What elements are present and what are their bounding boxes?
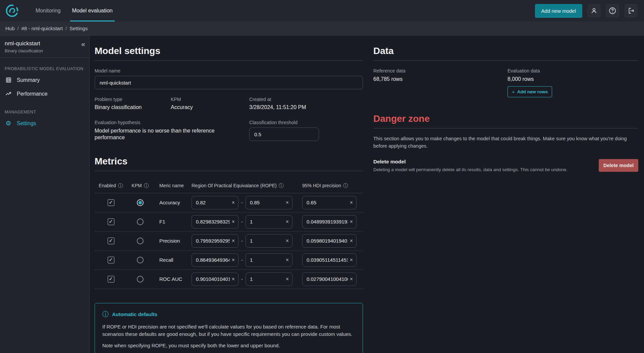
column-metric-name: Meric name	[153, 183, 192, 188]
summary-grid-icon	[5, 77, 12, 83]
tab-monitoring-label: Monitoring	[36, 8, 61, 14]
evaluation-hypothesis-label: Evaluation hypothesis	[95, 120, 249, 125]
user-button[interactable]	[587, 4, 601, 17]
kpm-radio[interactable]	[137, 218, 144, 225]
help-button[interactable]	[606, 4, 619, 17]
logout-button[interactable]	[624, 4, 638, 17]
hdi-precision-input[interactable]	[303, 276, 349, 282]
rope-lower-input[interactable]	[192, 238, 231, 244]
sidebar-item-performance[interactable]: Performance	[0, 87, 89, 101]
hdi-info-icon[interactable]: ⓘ	[343, 183, 348, 189]
rope-upper-input[interactable]	[246, 276, 285, 282]
nav-tabs: Monitoring Model evaluation	[34, 0, 122, 21]
breadcrumb-settings[interactable]: Settings	[69, 26, 88, 31]
add-new-rows-button[interactable]: + Add new rows	[507, 86, 552, 97]
kpm-field: KPM Accuracy	[171, 97, 249, 110]
hdi-precision-input[interactable]	[303, 238, 349, 244]
delete-model-button[interactable]: Delete model	[599, 159, 638, 172]
divider	[373, 60, 638, 61]
info-circle-icon: ⓘ	[102, 310, 109, 319]
enabled-checkbox[interactable]	[108, 257, 114, 263]
evaluation-hypothesis-field: Evaluation hypothesis Model performance …	[95, 120, 249, 141]
range-dash: -	[241, 276, 243, 282]
sidebar-item-settings[interactable]: ⚙ Settings	[0, 116, 89, 130]
hdi-precision-input[interactable]	[303, 200, 349, 205]
column-hdi-label: 95% HDI precision	[302, 183, 341, 188]
info-box-title: Automatic defaults	[112, 311, 157, 317]
clear-icon[interactable]: ×	[285, 276, 292, 282]
rope-upper-input[interactable]	[246, 257, 285, 263]
clear-icon[interactable]: ×	[349, 276, 356, 282]
sidebar-section-management: MANAGEMENT	[5, 110, 85, 114]
kpm-radio[interactable]	[137, 257, 144, 263]
clear-icon[interactable]: ×	[231, 257, 238, 263]
classification-threshold-input[interactable]	[249, 128, 319, 141]
column-enabled-label: Enabled	[99, 183, 116, 188]
top-navigation: Monitoring Model evaluation Add new mode…	[0, 0, 644, 21]
enabled-checkbox[interactable]	[108, 238, 114, 244]
sidebar-collapse-button[interactable]: «	[81, 40, 85, 47]
tab-monitoring[interactable]: Monitoring	[34, 0, 63, 21]
clear-icon[interactable]: ×	[231, 276, 238, 282]
clear-icon[interactable]: ×	[285, 238, 292, 244]
danger-zone-title: Danger zone	[373, 113, 638, 124]
range-dash: -	[241, 219, 243, 224]
hdi-precision-input[interactable]	[303, 219, 349, 224]
clear-icon[interactable]: ×	[231, 219, 238, 224]
breadcrumb-separator: /	[65, 26, 67, 31]
kpm-radio[interactable]	[137, 276, 144, 283]
add-new-rows-label: Add new rows	[517, 89, 548, 94]
performance-trend-icon	[5, 91, 12, 97]
sidebar-item-summary[interactable]: Summary	[0, 73, 89, 87]
enabled-checkbox[interactable]	[108, 199, 114, 206]
clear-icon[interactable]: ×	[349, 219, 356, 224]
rope-lower-input[interactable]	[192, 200, 231, 205]
breadcrumb: Hub / #8 - nml-quickstart / Settings	[0, 21, 644, 36]
clear-icon[interactable]: ×	[349, 257, 356, 263]
evaluation-hypothesis-value: Model performance is no worse than the r…	[95, 128, 222, 141]
rope-upper-input[interactable]	[246, 219, 285, 224]
tab-model-evaluation[interactable]: Model evaluation	[70, 0, 115, 21]
clear-icon[interactable]: ×	[349, 238, 356, 244]
clear-icon[interactable]: ×	[231, 200, 238, 205]
info-box-note: Note when specifying ROPE, you must spec…	[102, 342, 355, 349]
danger-zone-description: This section allows you to make changes …	[373, 135, 628, 150]
rope-lower-input[interactable]	[192, 219, 231, 224]
hdi-precision-input[interactable]	[303, 257, 349, 263]
sidebar-model-name: nml-quickstart	[5, 40, 85, 47]
metric-name: Accuracy	[153, 200, 192, 205]
sidebar-item-label: Performance	[17, 91, 48, 97]
kpm-radio[interactable]	[137, 199, 144, 206]
rope-upper-input[interactable]	[246, 238, 285, 244]
enabled-checkbox[interactable]	[108, 276, 114, 283]
model-name-label: Model name	[95, 68, 363, 73]
rope-lower-input[interactable]	[192, 257, 231, 263]
clear-icon[interactable]: ×	[285, 257, 292, 263]
breadcrumb-model[interactable]: #8 - nml-quickstart	[21, 26, 63, 31]
metrics-table: Enabled ⓘ KPM ⓘ Meric name Region Of Pra…	[95, 179, 363, 289]
rope-info-icon[interactable]: ⓘ	[279, 183, 284, 189]
nannyml-logo[interactable]	[5, 0, 19, 21]
kpm-info-icon[interactable]: ⓘ	[144, 183, 149, 189]
clear-icon[interactable]: ×	[285, 200, 292, 205]
breadcrumb-hub[interactable]: Hub	[5, 26, 15, 31]
clear-icon[interactable]: ×	[349, 200, 356, 205]
nav-actions: Add new model	[535, 0, 644, 21]
kpm-radio[interactable]	[137, 238, 144, 244]
clear-icon[interactable]: ×	[285, 219, 292, 224]
enabled-info-icon[interactable]: ⓘ	[118, 183, 123, 189]
delete-model-description: Deleting a model will permanently delete…	[373, 167, 568, 172]
add-new-model-button[interactable]: Add new model	[535, 4, 582, 18]
kpm-value: Accuracy	[171, 104, 249, 110]
reference-data-field: Reference data 68,785 rows	[373, 68, 507, 97]
user-icon	[590, 7, 598, 14]
range-dash: -	[241, 238, 243, 244]
sidebar-section-probabilistic: PROBABILISTIC MODEL EVALUATION	[5, 66, 85, 71]
column-rope: Region Of Practical Equivalance (ROPE) ⓘ	[192, 183, 302, 189]
model-name-input[interactable]	[95, 76, 363, 89]
clear-icon[interactable]: ×	[231, 238, 238, 244]
enabled-checkbox[interactable]	[108, 218, 114, 225]
rope-upper-input[interactable]	[246, 200, 285, 205]
rope-lower-input[interactable]	[192, 276, 231, 282]
delete-model-row: Delete model Deleting a model will perma…	[373, 159, 638, 172]
